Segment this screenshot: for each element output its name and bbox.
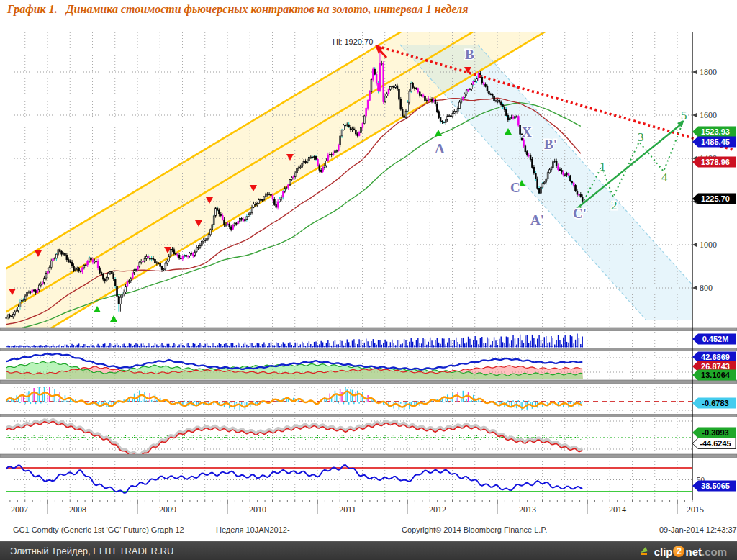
logo-com: .com: [702, 546, 727, 558]
svg-text:-0.6783: -0.6783: [702, 399, 728, 407]
svg-text:5: 5: [681, 109, 687, 122]
price-flag: 0.452M: [692, 334, 736, 345]
logo-net: net: [685, 546, 702, 558]
price-flag: 42.6869: [692, 352, 736, 363]
svg-text:26.8743: 26.8743: [701, 362, 730, 371]
logo-2-icon: 2: [673, 546, 684, 557]
time-axis[interactable]: 200720082009201020112012201320142015: [6, 500, 704, 515]
bloomberg-chart-window: График 1. Динамика стоимости фьючерсных …: [0, 0, 737, 560]
datetime-label: 09-Jan-2014 12:43:37: [659, 525, 737, 534]
price-flag: -44.6245: [692, 438, 736, 449]
svg-text:1378.96: 1378.96: [701, 158, 730, 166]
svg-text:2013: 2013: [519, 505, 536, 515]
svg-text:Hi: 1920.70: Hi: 1920.70: [333, 37, 373, 46]
svg-text:2014: 2014: [609, 505, 626, 515]
svg-text:-0.3093: -0.3093: [702, 428, 728, 437]
upload-arrow-icon: [638, 545, 651, 558]
svg-text:C: C: [510, 180, 520, 195]
footer-site-label: Элитный Трейдер, ELITETRADER.RU: [10, 546, 173, 556]
macd-panel[interactable]: [6, 387, 692, 410]
price-flag: 13.1064: [692, 370, 736, 381]
logo-clip: clip: [654, 546, 673, 558]
svg-text:2: 2: [611, 199, 618, 212]
svg-text:C': C': [573, 206, 587, 221]
price-flag: -0.6783: [692, 398, 736, 409]
svg-text:38.5065: 38.5065: [701, 482, 730, 490]
svg-text:2009: 2009: [159, 505, 176, 515]
svg-text:800: 800: [700, 283, 713, 293]
svg-text:1225.70: 1225.70: [701, 194, 730, 203]
price-flag: 1485.45: [692, 137, 736, 148]
svg-text:B: B: [465, 47, 474, 62]
status-divider: [0, 520, 737, 520]
momentum-panel[interactable]: [6, 420, 692, 459]
price-flag: 1378.96: [692, 157, 736, 168]
svg-text:2008: 2008: [69, 505, 86, 515]
svg-text:42.6869: 42.6869: [701, 353, 730, 361]
svg-text:2015: 2015: [687, 505, 704, 515]
status-bar: GC1 Comdty (Generic 1st 'GC' Future) Gra…: [0, 523, 737, 537]
svg-text:1523.93: 1523.93: [701, 127, 730, 136]
svg-text:A: A: [435, 141, 445, 156]
svg-text:2011: 2011: [339, 505, 356, 515]
instrument-label: GC1 Comdty (Generic 1st 'GC' Future) Gra…: [13, 525, 184, 534]
svg-text:3: 3: [638, 130, 644, 144]
clip2net-logo[interactable]: clip 2 net .com: [638, 544, 727, 559]
svg-text:B': B': [544, 137, 557, 152]
svg-text:A': A': [530, 212, 544, 227]
svg-text:1000: 1000: [700, 240, 717, 250]
svg-text:1800: 1800: [700, 67, 717, 77]
period-label: Неделя 10JAN2012-: [216, 525, 290, 534]
price-flag: 38.5065: [692, 481, 736, 492]
svg-text:1600: 1600: [700, 110, 717, 120]
price-axis[interactable]: 18001600140012001000800501523.931485.451…: [692, 32, 736, 500]
svg-text:-44.6245: -44.6245: [700, 439, 731, 448]
rsi-panel[interactable]: [6, 465, 692, 500]
svg-text:2012: 2012: [429, 505, 446, 515]
svg-text:0.452M: 0.452M: [702, 335, 729, 343]
svg-text:X: X: [522, 125, 532, 140]
price-flag: -0.3093: [692, 428, 736, 438]
price-flag: 1225.70: [692, 194, 736, 204]
svg-text:13.1064: 13.1064: [701, 371, 731, 379]
svg-text:1: 1: [600, 160, 606, 173]
price-flag: 1523.93: [692, 127, 736, 137]
svg-text:4: 4: [661, 171, 668, 184]
footer-bar: Элитный Трейдер, ELITETRADER.RU clip 2 n…: [0, 541, 737, 560]
copyright-label: Copyright© 2014 Bloomberg Finance L.P.: [402, 525, 547, 534]
svg-text:2010: 2010: [249, 505, 266, 515]
svg-text:2007: 2007: [11, 505, 28, 515]
svg-text:1485.45: 1485.45: [701, 137, 730, 146]
chart-canvas[interactable]: Hi: 1920.70ABXB'CA'C'1234518001600140012…: [0, 0, 737, 523]
